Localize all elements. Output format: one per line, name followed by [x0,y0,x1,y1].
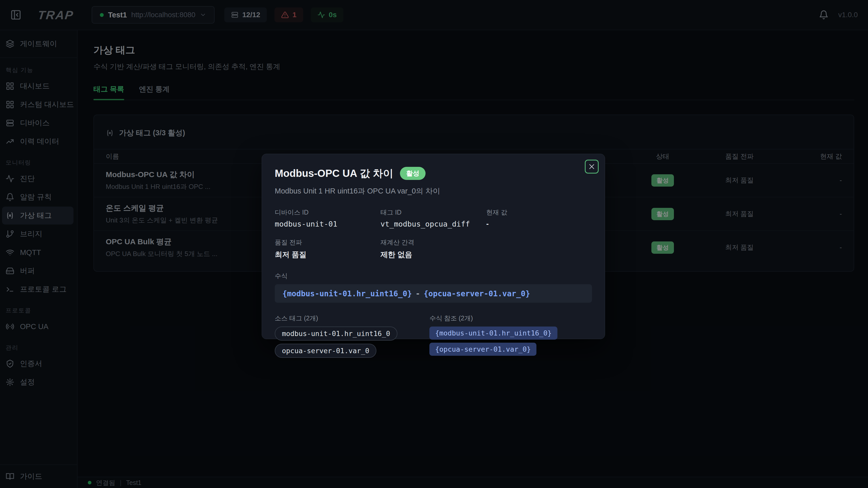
formula-ref-chip: {modbus-unit-01.hr_uint16_0} [429,326,557,340]
field-tag-id: 태그 ID vt_modbus_opcua_diff [380,208,486,228]
formula-label: 수식 [275,272,592,280]
modal-header: Modbus-OPC UA 값 차이 활성 [275,166,592,180]
field-device-id: 디바이스 ID modbus-unit-01 [275,208,380,228]
virtual-tag-detail-modal: Modbus-OPC UA 값 차이 활성 Modbus Unit 1 HR u… [262,154,605,339]
field-recalc-interval: 재계산 간격 제한 없음 [380,238,486,260]
formula-expression: {modbus-unit-01.hr_uint16_0} - {opcua-se… [275,284,592,303]
formula-operator: - [415,289,420,298]
source-tags-label: 소스 태그 (2개) [275,314,429,322]
source-tag-chip: modbus-unit-01.hr_uint16_0 [275,326,397,341]
modal-fields: 디바이스 ID modbus-unit-01 태그 ID vt_modbus_o… [275,208,592,260]
field-current-value: 현재 값 - [486,208,592,228]
formula-ref-chip: {opcua-server-01.var_0} [429,343,536,356]
formula-ref-2: {opcua-server-01.var_0} [424,289,530,298]
source-tag-chip: opcua-server-01.var_0 [275,344,376,358]
field-quality-propagation: 품질 전파 최저 품질 [275,238,380,260]
modal-status-badge: 활성 [400,167,426,180]
source-tags-section: 소스 태그 (2개) modbus-unit-01.hr_uint16_0 op… [275,314,429,358]
formula-refs-section: 수식 참조 (2개) {modbus-unit-01.hr_uint16_0} … [429,314,592,358]
formula-refs-label: 수식 참조 (2개) [429,314,592,322]
formula-ref-1: {modbus-unit-01.hr_uint16_0} [282,289,412,298]
modal-tag-lists: 소스 태그 (2개) modbus-unit-01.hr_uint16_0 op… [275,314,592,358]
close-icon [588,163,595,170]
modal-subtitle: Modbus Unit 1 HR uint16과 OPC UA var_0의 차… [275,186,592,196]
close-button[interactable] [585,160,599,174]
modal-title: Modbus-OPC UA 값 차이 [275,166,393,180]
